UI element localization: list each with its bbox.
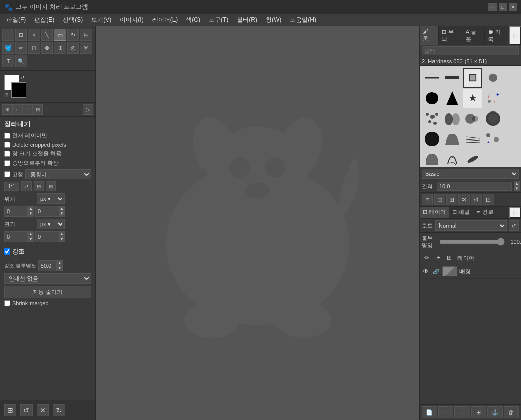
delete-layer-btn[interactable]: 🗑 — [504, 406, 519, 418]
menu-item-view[interactable]: 보기(V) — [87, 15, 115, 25]
dock-btn[interactable]: ⊟ — [33, 104, 43, 115]
brush-item[interactable] — [463, 109, 482, 128]
ratio-copy-btn[interactable]: ⊟ — [34, 181, 44, 191]
brush-item[interactable] — [443, 150, 462, 167]
tool-btn-paintbucket[interactable]: 🪣 — [2, 42, 14, 54]
layers-panel-menu-btn[interactable]: ▷ — [509, 207, 521, 218]
tool-btn-dodge[interactable]: ☀ — [80, 42, 92, 54]
tool-btn-perspective[interactable]: ⌸ — [80, 29, 92, 41]
brush-item[interactable] — [483, 109, 503, 128]
pos-x-down[interactable]: ▼ — [27, 211, 34, 216]
brush-action-delete[interactable]: ✕ — [458, 194, 470, 205]
menu-item-select[interactable]: 선택(S) — [59, 15, 87, 25]
tab-brushes[interactable]: 🖌 붓 — [420, 26, 439, 45]
menu-item-help[interactable]: 도움말(H) — [285, 15, 321, 25]
anchor-layer-btn[interactable]: ⚓ — [487, 406, 503, 418]
brush-item[interactable] — [422, 68, 442, 88]
tool-btn-clone[interactable]: ⊚ — [41, 42, 53, 54]
menu-item-image[interactable]: 이미지(I) — [115, 15, 148, 25]
brush-item[interactable] — [463, 150, 482, 167]
pos-x-input[interactable]: 0 — [5, 207, 27, 215]
brush-item[interactable] — [443, 109, 462, 128]
redo-btn[interactable]: ↻ — [53, 404, 65, 416]
duplicate-layer-btn[interactable]: ⊞ — [471, 406, 486, 418]
tool-btn-crop[interactable]: ▭ — [54, 29, 66, 41]
current-layer-checkbox[interactable] — [4, 133, 10, 139]
spacing-up[interactable]: ▲ — [514, 181, 520, 186]
tab-fonts[interactable]: A 글꼴 — [462, 26, 485, 45]
brush-action-edit[interactable]: ≡ — [422, 194, 433, 205]
tab-channels[interactable]: ⊡ 채널 — [449, 207, 473, 218]
tool-btn-zoom[interactable]: 🔍 — [15, 55, 27, 67]
mode-reset-btn[interactable]: ↺ — [509, 220, 519, 231]
mode-select[interactable]: Normal — [435, 220, 507, 231]
brush-item[interactable]: + + — [483, 129, 503, 149]
menu-item-edit[interactable]: 편집(E) — [30, 15, 59, 25]
expand-center-checkbox[interactable] — [4, 160, 10, 166]
layer-chain-icon[interactable]: 🔗 — [432, 267, 440, 275]
highlight-opacity-input[interactable]: 50.0 — [39, 262, 56, 270]
pos-y-down[interactable]: ▼ — [59, 211, 65, 216]
close-button[interactable]: ✕ — [509, 3, 517, 11]
brush-item[interactable] — [422, 150, 442, 167]
new-layer-btn[interactable]: 📄 — [422, 406, 437, 418]
brushes-panel-menu-btn[interactable]: ▷ — [509, 26, 521, 45]
delete-btn[interactable]: ✕ — [37, 404, 49, 416]
reset-colors-btn[interactable]: ⊡ — [4, 92, 10, 98]
tab-layers[interactable]: ⊟ 레이어 — [420, 207, 449, 218]
maximize-button[interactable]: □ — [499, 3, 507, 11]
brush-item[interactable] — [422, 109, 442, 128]
spacing-input[interactable]: 10.0 — [437, 182, 512, 191]
menu-item-layer[interactable]: 레이어(L) — [148, 15, 182, 25]
tool-btn-blur[interactable]: ◎ — [67, 42, 79, 54]
fixed-select[interactable]: 종횡비 — [25, 169, 91, 179]
pos-y-input[interactable]: 0 — [36, 207, 59, 215]
tool-btn-pencil[interactable]: ✏ — [15, 42, 27, 54]
ratio-swap-btn[interactable]: ⇄ — [21, 181, 32, 191]
brush-action-copy[interactable]: ⊞ — [446, 194, 457, 205]
layer-link-btn[interactable]: ⊞ — [444, 253, 454, 263]
opacity-slider[interactable] — [439, 238, 505, 246]
menu-item-tool[interactable]: 도구(T) — [205, 15, 233, 25]
brush-item[interactable] — [422, 89, 442, 108]
brushes-preset-select[interactable]: Basic, — [422, 169, 519, 179]
new-image-btn[interactable]: ⊞ — [4, 404, 16, 416]
minimize-button[interactable]: ─ — [488, 3, 497, 11]
size-h-down[interactable]: ▼ — [59, 237, 65, 242]
lower-layer-btn[interactable]: ↓ — [454, 406, 470, 418]
tool-btn-text[interactable]: T — [2, 55, 14, 67]
brushes-filter-input[interactable] — [422, 46, 519, 55]
fixed-checkbox[interactable] — [4, 171, 10, 177]
back-btn[interactable]: ← — [12, 104, 22, 115]
brush-item[interactable] — [443, 89, 462, 108]
size-w-up[interactable]: ▲ — [27, 232, 34, 237]
brush-item[interactable] — [483, 68, 503, 88]
tool-btn-move[interactable]: ⊹ — [2, 29, 14, 41]
menu-item-file[interactable]: 파일(F) — [2, 15, 30, 25]
layer-paint-btn[interactable]: ✏ — [422, 253, 432, 263]
brush-item-selected[interactable] — [463, 68, 482, 88]
raise-layer-btn[interactable]: ↑ — [438, 406, 453, 418]
tool-btn-eraser[interactable]: ◻ — [28, 42, 40, 54]
spacing-down[interactable]: ▼ — [514, 186, 520, 191]
tool-btn-align[interactable]: ⊞ — [15, 29, 27, 41]
allow-resize-checkbox[interactable] — [4, 151, 10, 157]
shrink-merged-checkbox[interactable] — [4, 300, 10, 306]
tool-btn-rotate[interactable]: ↻ — [67, 29, 79, 41]
tab-history[interactable]: ⏺ 기록 — [485, 26, 509, 45]
menu-item-color[interactable]: 색(C) — [182, 15, 205, 25]
highlight-opacity-up[interactable]: ▲ — [56, 261, 63, 266]
brush-item[interactable] — [443, 129, 462, 149]
tab-patterns[interactable]: ⊞ 무늬 — [439, 26, 462, 45]
size-w-input[interactable]: 0 — [5, 233, 27, 241]
pos-x-up[interactable]: ▲ — [27, 206, 34, 211]
brush-action-refresh[interactable]: ↺ — [471, 194, 482, 205]
brush-item[interactable] — [463, 129, 482, 149]
menu-item-window[interactable]: 창(W) — [262, 15, 285, 25]
ratio-paste-btn[interactable]: ⊞ — [46, 181, 56, 191]
menu-item-filter[interactable]: 필터(R) — [233, 15, 262, 25]
highlight-checkbox[interactable] — [4, 248, 10, 255]
size-h-input[interactable]: 0 — [36, 233, 59, 241]
brush-item[interactable] — [422, 129, 442, 149]
brush-item[interactable] — [443, 68, 462, 88]
